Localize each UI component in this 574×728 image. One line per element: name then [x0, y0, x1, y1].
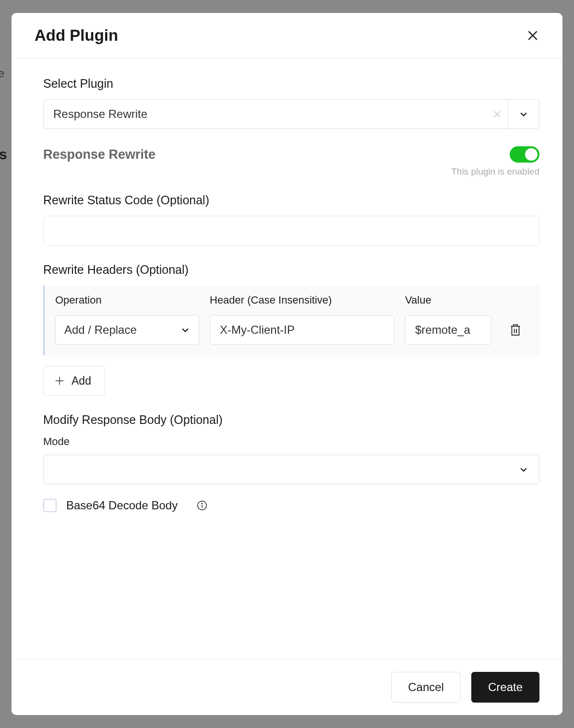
operation-select[interactable]: Add / Replace [55, 315, 199, 345]
value-col-label: Value [405, 294, 491, 306]
trash-icon [509, 323, 522, 337]
close-icon [526, 29, 539, 42]
base64-decode-checkbox[interactable] [43, 499, 57, 512]
plugin-select-clear[interactable] [487, 109, 508, 119]
plugin-enabled-hint: This plugin is enabled [43, 166, 539, 177]
base64-decode-row: Base64 Decode Body [43, 499, 539, 512]
plugin-enable-toggle[interactable] [510, 146, 539, 163]
base64-info-button[interactable] [197, 500, 207, 511]
rewrite-status-code-input[interactable] [43, 216, 539, 246]
add-header-button[interactable]: Add [43, 366, 105, 396]
modal-header: Add Plugin [12, 13, 562, 59]
select-plugin-field: Select Plugin [43, 77, 539, 129]
header-col-label: Header (Case Insensitive) [210, 294, 395, 306]
headers-editor: Operation Header (Case Insensitive) Valu… [43, 285, 539, 355]
base64-decode-label: Base64 Decode Body [66, 499, 178, 512]
add-header-label: Add [72, 375, 91, 387]
chevron-down-icon [180, 325, 190, 335]
operation-select-value: Add / Replace [64, 323, 137, 337]
rewrite-headers-field: Rewrite Headers (Optional) Operation Hea… [43, 263, 539, 396]
rewrite-headers-label: Rewrite Headers (Optional) [43, 263, 539, 277]
mode-label: Mode [43, 435, 539, 448]
add-plugin-modal: Add Plugin Select Plugin Response Rewrit… [12, 13, 562, 715]
clear-icon [492, 109, 502, 119]
modal-title: Add Plugin [35, 26, 118, 45]
modal-body: Select Plugin Response Rewrite This plug… [12, 59, 562, 659]
plugin-select[interactable] [43, 99, 539, 129]
close-button[interactable] [526, 29, 539, 42]
toggle-knob [525, 148, 538, 161]
chevron-down-icon [519, 465, 528, 474]
svg-point-10 [202, 503, 202, 504]
rewrite-status-code-label: Rewrite Status Code (Optional) [43, 193, 539, 207]
plugin-title-row: Response Rewrite [43, 146, 539, 163]
header-name-input[interactable] [210, 315, 395, 345]
background-text: e [0, 67, 4, 80]
plus-icon [54, 376, 65, 386]
mode-select[interactable] [43, 455, 539, 484]
delete-header-button[interactable] [502, 323, 529, 337]
header-value-input[interactable] [405, 315, 491, 345]
plugin-select-value[interactable] [44, 100, 487, 129]
background-text: s [0, 146, 7, 163]
create-button[interactable]: Create [471, 672, 539, 703]
operation-col-label: Operation [55, 294, 199, 306]
modify-body-field: Modify Response Body (Optional) Mode Bas… [43, 413, 539, 512]
plugin-name-title: Response Rewrite [43, 147, 155, 162]
info-icon [197, 500, 207, 511]
cancel-button[interactable]: Cancel [391, 672, 461, 703]
modal-footer: Cancel Create [12, 659, 562, 715]
chevron-down-icon [519, 109, 528, 119]
select-plugin-label: Select Plugin [43, 77, 539, 91]
rewrite-status-code-field: Rewrite Status Code (Optional) [43, 193, 539, 246]
plugin-select-caret[interactable] [508, 100, 539, 129]
modify-body-label: Modify Response Body (Optional) [43, 413, 539, 427]
